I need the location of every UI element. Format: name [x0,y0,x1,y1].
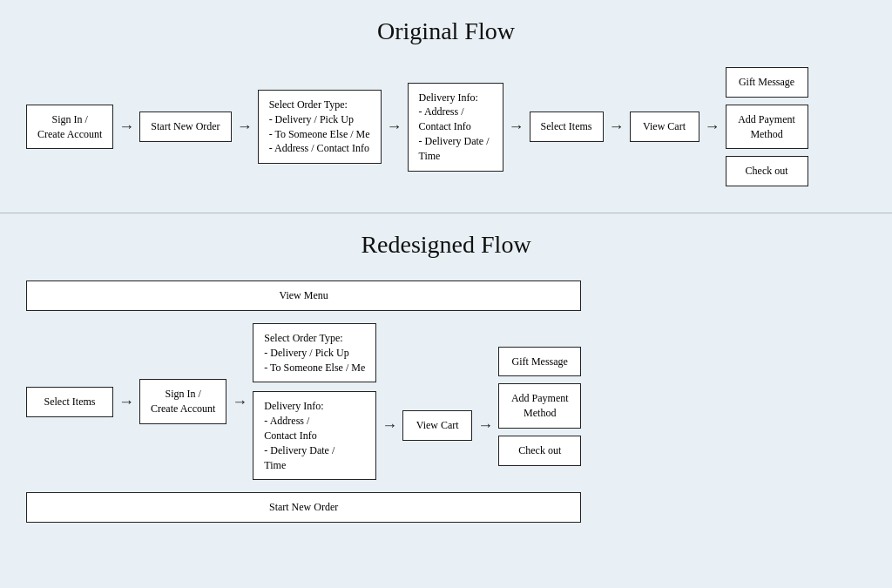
orig-select-order-type-box: Select Order Type: - Delivery / Pick Up … [258,90,382,164]
arrow5: → [609,118,625,136]
arrow3: → [387,118,402,136]
original-flow-title: Original Flow [26,17,866,45]
redesigned-flow-title: Redesigned Flow [26,231,866,259]
arrow1: → [118,118,134,136]
redesign-select-order-type-box: Select Order Type: - Delivery / Pick Up … [253,323,376,382]
redesign-gift-message-box: Gift Message [498,347,581,377]
orig-delivery-info-box: Delivery Info: - Address / Contact Info … [408,83,503,172]
arrow-stacked-to-cart: → [382,416,397,435]
orig-view-cart-box: View Cart [630,112,699,142]
orig-start-new-order-box: Start New Order [139,112,231,142]
orig-select-items-box: Select Items [530,112,604,142]
arrow-cart-to-right: → [477,416,493,435]
arrow4: → [509,118,524,136]
redesign-select-items-row: Select Items → Sign In / Create Account … [26,323,581,480]
arrow6: → [705,118,720,136]
orig-check-out-box: Check out [726,156,808,186]
redesign-delivery-info-box: Delivery Info: - Address / Contact Info … [253,391,376,480]
redesigned-flow-diagram: View Menu Select Items → Sign In / Creat… [26,280,866,523]
redesign-left-col: View Menu Select Items → Sign In / Creat… [26,280,581,523]
redesign-select-items-box: Select Items [26,387,113,417]
redesign-check-out-box: Check out [498,436,581,466]
arrow2: → [237,118,253,136]
orig-sign-in-box: Sign In / Create Account [26,105,113,150]
redesign-add-payment-box: Add Payment Method [498,383,581,429]
original-flow-section: Original Flow Sign In / Create Account →… [0,0,892,213]
orig-right-column: Gift Message Add Payment Method Check ou… [726,67,808,186]
arrow-sign-in: → [232,393,247,411]
redesign-start-new-order-box: Start New Order [26,492,581,523]
redesigned-flow-section: Redesigned Flow View Menu Select Items →… [0,213,892,549]
redesign-right-col: Gift Message Add Payment Method Check ou… [498,347,581,466]
redesign-sign-in-box: Sign In / Create Account [139,379,226,424]
orig-gift-message-box: Gift Message [726,67,808,98]
redesign-view-cart-box: View Cart [402,410,472,441]
redesign-view-menu-box: View Menu [26,280,581,311]
original-flow-diagram: Sign In / Create Account → Start New Ord… [26,67,866,186]
arrow-select-items: → [118,393,134,411]
redesign-stacked-boxes: Select Order Type: - Delivery / Pick Up … [253,323,376,480]
orig-add-payment-box: Add Payment Method [726,105,808,150]
